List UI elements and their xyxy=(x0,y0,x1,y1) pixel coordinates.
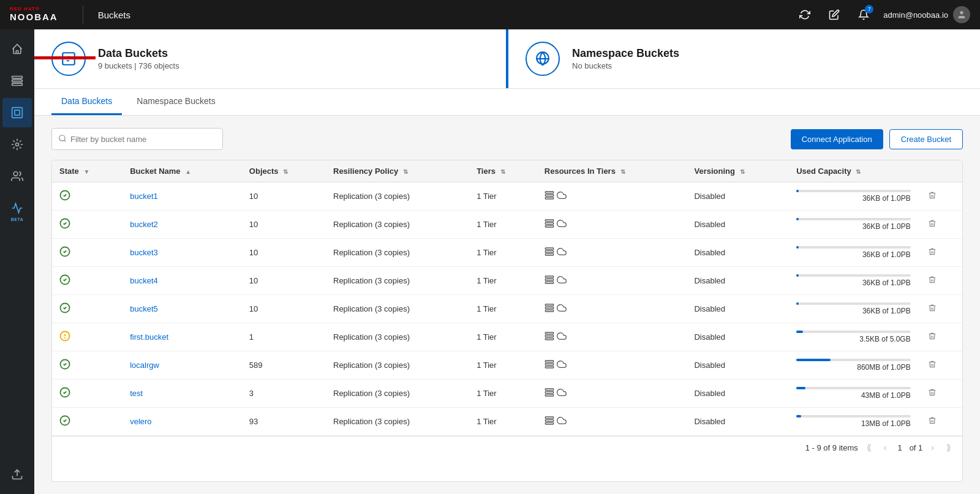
cell-policy: Replication (3 copies) xyxy=(326,267,469,295)
cell-delete xyxy=(918,182,962,211)
user-email: admin@noobaa.io xyxy=(883,10,948,20)
cell-capacity: 36KB of 1.0PB xyxy=(789,182,918,211)
col-tiers[interactable]: Tiers ⇅ xyxy=(469,160,537,182)
edit-button[interactable] xyxy=(824,5,844,24)
sidebar: BETA xyxy=(0,29,34,494)
cell-tiers: 1 Tier xyxy=(469,408,537,436)
sidebar-item-accounts[interactable] xyxy=(2,162,32,191)
svg-rect-2 xyxy=(12,80,23,81)
delete-button[interactable] xyxy=(925,386,939,401)
cell-objects: 10 xyxy=(242,295,326,323)
pagination-prev[interactable]: ‹ xyxy=(880,441,891,454)
table-row: bucket4 10 Replication (3 copies) 1 Tier… xyxy=(52,267,962,295)
divider xyxy=(83,6,83,24)
refresh-button[interactable] xyxy=(795,5,815,24)
delete-button[interactable] xyxy=(925,245,939,260)
sidebar-item-analytics[interactable]: BETA xyxy=(2,193,32,223)
sidebar-bottom xyxy=(2,460,32,489)
connect-application-button[interactable]: Connect Application xyxy=(791,129,883,149)
namespace-buckets-title: Namespace Buckets xyxy=(572,47,679,60)
cell-delete xyxy=(918,351,962,380)
cell-resources xyxy=(537,211,687,239)
cell-state xyxy=(52,323,123,351)
delete-button[interactable] xyxy=(925,357,939,373)
create-bucket-button[interactable]: Create Bucket xyxy=(889,129,963,149)
storage-icon xyxy=(545,416,554,427)
pagination-last[interactable]: ⟫ xyxy=(943,441,955,454)
col-resiliency[interactable]: Resiliency Policy ⇅ xyxy=(326,160,469,182)
cell-bucket-name: bucket2 xyxy=(123,211,242,239)
cell-bucket-name: bucket4 xyxy=(123,267,242,295)
cell-tiers: 1 Tier xyxy=(469,380,537,408)
col-objects[interactable]: Objects ⇅ xyxy=(242,160,326,182)
svg-rect-4 xyxy=(12,108,23,118)
cell-versioning: Disabled xyxy=(687,295,789,323)
cell-capacity: 3.5KB of 5.0GB xyxy=(789,323,918,351)
namespace-buckets-icon xyxy=(526,42,560,76)
delete-button[interactable] xyxy=(925,414,939,429)
delete-button[interactable] xyxy=(925,189,939,204)
sidebar-item-data-buckets[interactable] xyxy=(2,98,32,127)
col-state[interactable]: State ▼ xyxy=(52,160,123,182)
table-row: test 3 Replication (3 copies) 1 Tier Dis… xyxy=(52,380,962,408)
pagination-page: 1 xyxy=(897,443,902,452)
col-resources[interactable]: Resources In Tiers ⇅ xyxy=(537,160,687,182)
cell-bucket-name: bucket5 xyxy=(123,295,242,323)
sidebar-item-buckets[interactable] xyxy=(2,66,32,95)
notification-button[interactable]: 7 xyxy=(854,5,873,24)
tab-data-buckets[interactable]: Data Buckets xyxy=(51,89,122,115)
data-buckets-icon xyxy=(51,42,86,76)
svg-rect-45 xyxy=(545,392,553,394)
cell-objects: 10 xyxy=(242,211,326,239)
sidebar-item-resources[interactable] xyxy=(2,130,32,159)
pagination-first[interactable]: ⟪ xyxy=(863,441,875,454)
sidebar-item-upload[interactable] xyxy=(2,460,32,489)
table-row: first.bucket 1 Replication (3 copies) 1 … xyxy=(52,323,962,351)
buckets-table: State ▼ Bucket Name ▲ Objects ⇅ Resilien… xyxy=(52,160,962,436)
svg-point-11 xyxy=(59,135,65,140)
sidebar-item-overview[interactable] xyxy=(2,34,32,64)
storage-icon xyxy=(545,247,554,258)
cell-tiers: 1 Tier xyxy=(469,351,537,380)
cloud-icon xyxy=(557,387,567,399)
storage-icon xyxy=(545,219,554,230)
cloud-icon xyxy=(557,247,567,258)
col-capacity[interactable]: Used Capacity ⇅ xyxy=(789,160,918,182)
cell-policy: Replication (3 copies) xyxy=(326,211,469,239)
search-box[interactable] xyxy=(51,128,223,150)
cell-resources xyxy=(537,408,687,436)
tab-namespace-buckets[interactable]: Namespace Buckets xyxy=(127,89,225,115)
col-bucket-name[interactable]: Bucket Name ▲ xyxy=(123,160,242,182)
table-header: State ▼ Bucket Name ▲ Objects ⇅ Resilien… xyxy=(52,160,962,182)
delete-button[interactable] xyxy=(925,273,939,288)
table-body: bucket1 10 Replication (3 copies) 1 Tier… xyxy=(52,182,962,436)
data-table: State ▼ Bucket Name ▲ Objects ⇅ Resilien… xyxy=(51,160,963,482)
search-input[interactable] xyxy=(70,135,216,144)
delete-button[interactable] xyxy=(925,329,939,345)
cell-versioning: Disabled xyxy=(687,267,789,295)
cell-capacity: 13MB of 1.0PB xyxy=(789,408,918,436)
cloud-icon xyxy=(557,331,567,343)
svg-rect-28 xyxy=(545,282,553,283)
cell-bucket-name: bucket1 xyxy=(123,182,242,211)
storage-icon xyxy=(545,190,554,202)
pagination-next[interactable]: › xyxy=(927,441,938,454)
user-menu[interactable]: admin@noobaa.io xyxy=(883,6,970,23)
delete-button[interactable] xyxy=(925,301,939,316)
cell-delete xyxy=(918,408,962,436)
col-versioning[interactable]: Versioning ⇅ xyxy=(687,160,789,182)
cell-resources xyxy=(537,239,687,267)
brand: RED HAT® NOOBAA xyxy=(10,7,58,22)
svg-rect-38 xyxy=(545,338,553,340)
toolbar: Connect Application Create Bucket xyxy=(51,128,963,150)
cloud-icon xyxy=(557,416,567,427)
delete-button[interactable] xyxy=(925,217,939,232)
svg-point-6 xyxy=(16,143,19,146)
svg-rect-15 xyxy=(545,195,553,196)
cell-tiers: 1 Tier xyxy=(469,295,537,323)
search-icon xyxy=(58,134,67,144)
cell-capacity: 36KB of 1.0PB xyxy=(789,239,918,267)
svg-rect-30 xyxy=(545,304,553,306)
pagination-bar: 1 - 9 of 9 items ⟪ ‹ 1 of 1 › ⟫ xyxy=(52,436,962,458)
beta-label: BETA xyxy=(11,217,24,222)
